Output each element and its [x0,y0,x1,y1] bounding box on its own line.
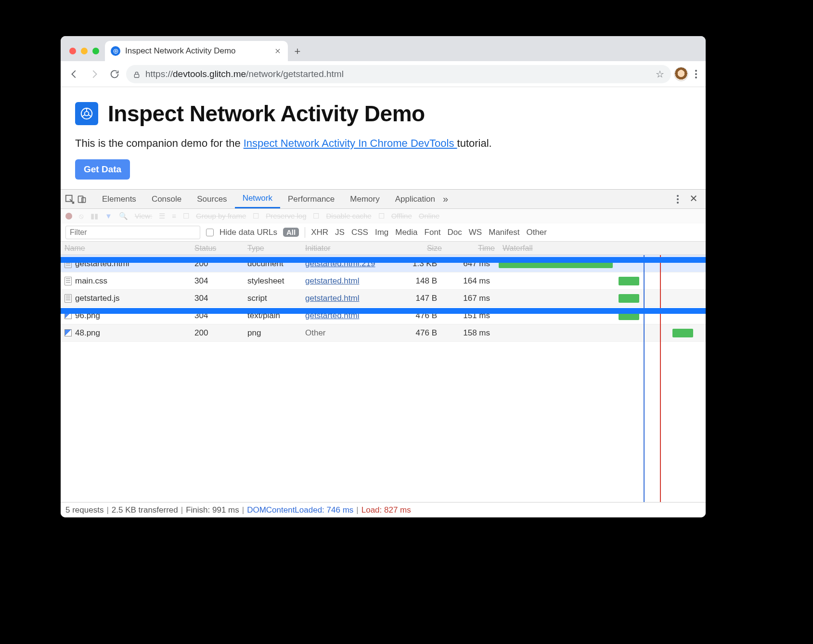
waterfall-bar [619,311,639,320]
row-size: 476 B [393,311,446,321]
table-row[interactable]: main.css304stylesheetgetstarted.html148 … [61,272,706,290]
waterfall-bar [619,277,639,285]
devtools-tab-memory[interactable]: Memory [342,190,387,208]
large-rows-icon[interactable]: ☰ [159,212,165,220]
filter-input[interactable] [65,226,200,239]
col-status[interactable]: Status [191,244,244,253]
devtools-tab-performance[interactable]: Performance [280,190,342,208]
col-type[interactable]: Type [244,244,301,253]
document-file-icon [65,259,72,268]
devtools-tab-network[interactable]: Network [235,190,280,208]
tab-title: Inspect Network Activity Demo [125,46,236,56]
filter-type-doc[interactable]: Doc [448,228,462,237]
devtools-tab-elements[interactable]: Elements [94,190,144,208]
filter-type-img[interactable]: Img [375,228,388,237]
devtools-tab-console[interactable]: Console [144,190,189,208]
col-waterfall[interactable]: Waterfall [499,244,706,253]
row-initiator[interactable]: getstarted.html [301,276,393,286]
table-row[interactable]: 48.png200pngOther476 B158 ms [61,324,706,342]
filter-all-pill[interactable]: All [283,228,299,237]
row-waterfall [499,307,706,324]
reload-button[interactable] [106,65,123,83]
filter-type-manifest[interactable]: Manifest [489,228,519,237]
row-time: 647 ms [446,259,499,269]
browser-menu-button[interactable] [691,65,701,83]
row-status: 200 [191,259,244,269]
stop-icon[interactable]: ⦸ [79,212,84,220]
profile-avatar[interactable] [674,67,688,81]
filter-row: Hide data URLs All XHRJSCSSImgMediaFontD… [61,223,706,242]
inspect-element-icon[interactable] [65,194,75,205]
row-type: script [244,294,301,303]
more-tabs-icon[interactable]: » [443,193,448,205]
svg-point-4 [85,112,89,116]
table-row[interactable]: 96.png304text/plaingetstarted.html476 B1… [61,307,706,324]
close-icon[interactable] [69,48,76,54]
row-type: stylesheet [244,276,301,286]
filter-type-media[interactable]: Media [395,228,417,237]
row-initiator: Other [301,328,393,338]
record-icon[interactable] [65,213,72,219]
filter-icon[interactable]: ▼ [105,212,112,220]
row-status: 304 [191,311,244,321]
filter-type-font[interactable]: Font [425,228,441,237]
filter-type-js[interactable]: JS [335,228,345,237]
row-name: 96.png [75,311,100,321]
devtools-tab-sources[interactable]: Sources [189,190,234,208]
col-initiator[interactable]: Initiator [301,244,393,253]
device-toolbar-icon[interactable] [77,194,87,204]
row-size: 147 B [393,294,446,303]
row-initiator[interactable]: getstarted.html [301,294,393,303]
svg-point-1 [115,50,116,52]
status-load: Load: 827 ms [361,505,411,515]
status-dcl: DOMContentLoaded: 746 ms [247,505,353,515]
chrome-favicon-icon [111,46,120,56]
row-initiator[interactable]: getstarted.html:219 [301,259,393,269]
get-data-button[interactable]: Get Data [75,159,130,180]
filter-type-css[interactable]: CSS [351,228,368,237]
devtools-close-icon[interactable] [689,193,698,206]
forward-button[interactable] [86,65,103,83]
row-initiator[interactable]: getstarted.html [301,311,393,321]
filter-type-xhr[interactable]: XHR [311,228,328,237]
row-time: 158 ms [446,328,499,338]
table-row[interactable]: getstarted.html200documentgetstarted.htm… [61,255,706,272]
bookmark-star-icon[interactable]: ☆ [656,68,664,80]
document-file-icon [65,294,72,303]
filter-type-ws[interactable]: WS [469,228,482,237]
browser-tab[interactable]: Inspect Network Activity Demo [105,41,288,61]
row-time: 167 ms [446,294,499,303]
address-bar[interactable]: https://devtools.glitch.me/network/getst… [126,65,671,83]
filter-type-other[interactable]: Other [526,228,547,237]
new-tab-button[interactable]: + [288,42,307,61]
fullscreen-icon[interactable] [92,48,99,54]
row-status: 200 [191,328,244,338]
table-row[interactable]: getstarted.js304scriptgetstarted.html147… [61,290,706,307]
col-size[interactable]: Size [393,244,446,253]
tab-close-icon[interactable] [273,47,282,55]
hide-data-urls-checkbox[interactable] [206,229,214,236]
camera-icon[interactable]: ▮▮ [90,212,98,220]
col-time[interactable]: Time [446,244,499,253]
minimize-icon[interactable] [81,48,88,54]
load-marker [660,255,661,502]
search-icon[interactable]: 🔍 [119,212,128,220]
hide-data-urls-label: Hide data URLs [219,228,277,237]
tutorial-link[interactable]: Inspect Network Activity In Chrome DevTo… [244,137,457,149]
waterfall-bar [672,329,693,337]
chrome-logo-icon [75,102,98,125]
waterfall-view-icon[interactable]: ≡ [172,212,176,220]
document-file-icon [65,277,72,285]
row-waterfall [499,272,706,289]
col-name[interactable]: Name [61,244,191,253]
back-button[interactable] [65,65,83,83]
divider [305,227,305,238]
row-waterfall [499,290,706,307]
network-table: getstarted.html200documentgetstarted.htm… [61,255,706,502]
devtools-tab-application[interactable]: Application [387,190,443,208]
waterfall-bar [499,259,613,268]
devtools-menu-button[interactable] [673,195,683,204]
page-content: Inspect Network Activity Demo This is th… [61,87,706,189]
preserve-log-label: Preserve log [266,212,306,220]
row-type: text/plain [244,311,301,321]
